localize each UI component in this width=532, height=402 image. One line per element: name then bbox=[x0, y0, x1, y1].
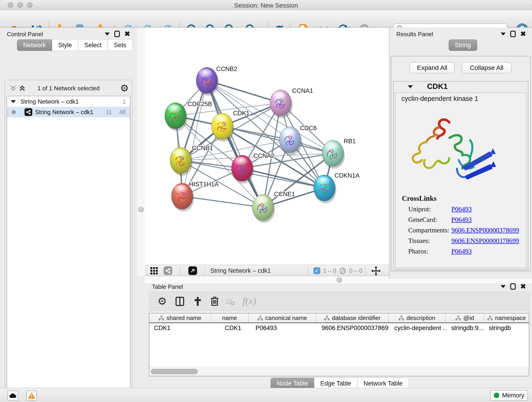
main-toolbar: ? bbox=[0, 10, 532, 27]
float-panel-icon[interactable] bbox=[510, 283, 516, 290]
warning-icon bbox=[28, 392, 36, 399]
tab-sets[interactable]: Sets bbox=[108, 39, 133, 51]
column-header[interactable]: database identifier bbox=[317, 313, 389, 322]
crosslink-uniprot-link[interactable]: P06493 bbox=[451, 205, 472, 213]
tab-network-table[interactable]: Network Table bbox=[357, 378, 409, 389]
network-node-CCNB1[interactable] bbox=[170, 147, 193, 176]
node-label-CCNB1: CCNB1 bbox=[192, 145, 213, 152]
gene-details: cyclin-dependent kinase 1 bbox=[395, 93, 526, 268]
network-row[interactable]: String Network – cdk1 11 48 bbox=[7, 107, 130, 117]
network-node-RB1[interactable] bbox=[322, 140, 345, 169]
crosslink-label: Compartments: bbox=[408, 226, 449, 234]
cloud-status-button[interactable] bbox=[7, 390, 18, 401]
close-panel-icon[interactable]: ✖ bbox=[124, 31, 130, 37]
close-panel-icon[interactable]: ✖ bbox=[520, 283, 526, 290]
node-label-CDK1: CDK1 bbox=[233, 110, 249, 117]
delete-column-trash-icon[interactable] bbox=[210, 296, 220, 306]
column-header[interactable]: canonical name bbox=[249, 313, 317, 322]
panel-menu-icon[interactable] bbox=[105, 32, 110, 36]
function-builder-icon[interactable]: f(x) bbox=[243, 295, 256, 306]
collapse-all-button[interactable]: Collapse All bbox=[462, 62, 511, 73]
crosslink-genecard-link[interactable]: P06493 bbox=[451, 216, 472, 223]
column-header[interactable]: @id bbox=[446, 313, 484, 322]
network-view-toolbar: String Network – cdk1 ✓ 1 – 0 0 – 0 bbox=[145, 265, 389, 276]
network-node-CDC25B[interactable] bbox=[165, 103, 187, 131]
tab-node-table[interactable]: Node Table bbox=[271, 378, 314, 389]
collection-label: String Network – cdk1 bbox=[20, 98, 79, 105]
hidden-counts: 0 – 0 bbox=[349, 267, 362, 274]
table-header-row: shared name name canonical name database… bbox=[149, 313, 529, 323]
current-network-title: String Network – cdk1 bbox=[210, 267, 271, 274]
memory-label: Memory bbox=[502, 392, 525, 399]
column-header[interactable]: namespace bbox=[484, 313, 529, 322]
string-badge-icon[interactable] bbox=[164, 266, 172, 275]
crosslink-label: GeneCard: bbox=[408, 216, 437, 223]
panel-menu-icon[interactable] bbox=[500, 285, 506, 288]
tab-network[interactable]: Network bbox=[17, 39, 52, 51]
crosslink-pharos-link[interactable]: P06493 bbox=[451, 248, 472, 255]
crosslink-label: Uniprot: bbox=[408, 205, 431, 213]
node-label-CCNE1: CCNE1 bbox=[274, 191, 295, 198]
string-network-graph[interactable]: CCNB2CCNA1CDC25BCDK1CDC6RB1CCNB1CCNA2CDK… bbox=[145, 27, 389, 265]
crosslink-tissues-link[interactable]: 9606.ENSP00000378699 bbox=[451, 237, 519, 245]
gene-description: cyclin-dependent kinase 1 bbox=[401, 95, 478, 102]
warnings-button[interactable] bbox=[26, 390, 37, 401]
table-row[interactable]: CDK1 CDK1 P06493 9606.ENSP00000378699 cy… bbox=[149, 323, 529, 333]
vertical-splitter-left[interactable] bbox=[137, 27, 145, 276]
table-settings-gear-icon[interactable]: ⚙ bbox=[157, 295, 167, 307]
scrollbar-thumb[interactable] bbox=[151, 369, 198, 374]
memory-ok-dot bbox=[494, 393, 499, 398]
network-node-CCNA1[interactable] bbox=[270, 90, 293, 118]
node-label-CCNB2: CCNB2 bbox=[216, 65, 237, 72]
string-results-groupbox: Expand All Collapse All CDK1 cyclin-depe… bbox=[391, 56, 531, 271]
crosslinks-title: CrossLinks bbox=[402, 194, 437, 203]
section-expander-icon[interactable] bbox=[408, 85, 413, 88]
network-selected-status: 1 of 1 Network selected bbox=[5, 85, 132, 92]
crosslink-label: Pharos: bbox=[408, 248, 428, 255]
network-node-CCNB2[interactable] bbox=[196, 67, 219, 96]
node-label-RB1: RB1 bbox=[344, 138, 356, 145]
tab-edge-table[interactable]: Edge Table bbox=[314, 378, 357, 389]
open-external-icon[interactable] bbox=[188, 266, 197, 275]
control-panel: Control Panel ✖ Network Style Select Set… bbox=[0, 27, 137, 388]
gene-section: CDK1 cyclin-dependent kinase 1 bbox=[393, 81, 528, 269]
network-node-CDK1[interactable] bbox=[211, 113, 234, 142]
selected-checkbox-icon[interactable]: ✓ bbox=[313, 267, 320, 274]
crosslink-compartments-link[interactable]: 9606.ENSP00000378699 bbox=[451, 226, 519, 234]
node-table[interactable]: shared name name canonical name database… bbox=[149, 313, 529, 376]
node-count: 11 bbox=[106, 109, 112, 116]
column-header[interactable]: name bbox=[211, 313, 248, 322]
tab-select[interactable]: Select bbox=[78, 39, 108, 51]
tree-expander-icon[interactable] bbox=[11, 100, 16, 103]
results-panel-title: Results Panel bbox=[396, 31, 433, 38]
horizontal-scrollbar[interactable] bbox=[149, 367, 529, 376]
tab-style[interactable]: Style bbox=[52, 39, 78, 51]
window-title: Session: New Session bbox=[0, 2, 532, 9]
float-panel-icon[interactable] bbox=[510, 31, 516, 37]
show-columns-icon[interactable] bbox=[175, 296, 185, 306]
expand-all-button[interactable]: Expand All bbox=[410, 62, 455, 73]
column-header[interactable]: description bbox=[389, 313, 446, 322]
create-column-icon[interactable] bbox=[193, 296, 203, 306]
collection-count: 1 bbox=[123, 98, 126, 105]
float-panel-icon[interactable] bbox=[114, 31, 120, 37]
grid-view-icon[interactable] bbox=[150, 267, 158, 275]
panel-menu-icon[interactable] bbox=[500, 32, 506, 36]
network-node-CDC6[interactable] bbox=[279, 127, 302, 155]
memory-button[interactable]: Memory bbox=[490, 390, 528, 401]
birdseye-navigator-icon[interactable] bbox=[371, 266, 381, 276]
network-canvas[interactable]: CCNB2CCNA1CDC25BCDK1CDC6RB1CCNB1CCNA2CDK… bbox=[145, 27, 389, 265]
network-node-CDKN1A[interactable] bbox=[314, 175, 336, 203]
close-panel-icon[interactable]: ✖ bbox=[520, 31, 526, 37]
gear-icon[interactable]: ⚙ bbox=[120, 83, 129, 94]
delete-table-icon[interactable] bbox=[226, 298, 235, 306]
network-node-CCNA2[interactable] bbox=[231, 155, 254, 184]
selected-counts: 1 – 0 bbox=[323, 267, 336, 274]
hidden-eye-icon[interactable] bbox=[339, 267, 347, 275]
application-window: Session: New Session ? Control Panel bbox=[0, 0, 532, 402]
status-bar: Memory bbox=[0, 388, 532, 402]
network-collection-row[interactable]: String Network – cdk1 1 bbox=[7, 96, 130, 107]
tab-string[interactable]: String bbox=[449, 39, 477, 51]
network-node-CCNE1[interactable] bbox=[252, 194, 275, 223]
column-header[interactable]: shared name bbox=[149, 313, 211, 322]
